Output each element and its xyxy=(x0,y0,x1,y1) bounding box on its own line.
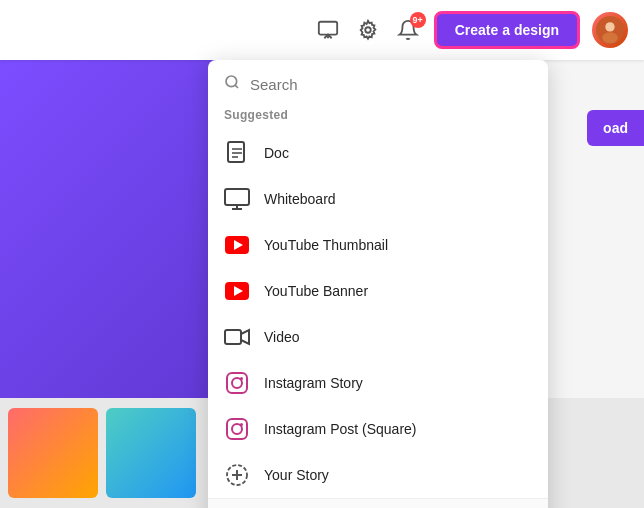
doc-label: Doc xyxy=(264,145,289,161)
avatar[interactable] xyxy=(592,12,628,48)
svg-rect-12 xyxy=(225,189,249,205)
load-button[interactable]: oad xyxy=(587,110,644,146)
menu-item-your-story[interactable]: Your Story xyxy=(208,452,548,498)
menu-item-instagram-story[interactable]: Instagram Story xyxy=(208,360,548,406)
youtube-banner-label: YouTube Banner xyxy=(264,283,368,299)
youtube-thumbnail-label: YouTube Thumbnail xyxy=(264,237,388,253)
header: 9+ Create a design xyxy=(0,0,644,60)
video-label: Video xyxy=(264,329,300,345)
thumbnail-2[interactable] xyxy=(106,408,196,498)
suggested-label: Suggested xyxy=(208,104,548,130)
search-icon xyxy=(224,74,240,94)
svg-line-7 xyxy=(235,85,238,88)
create-design-button[interactable]: Create a design xyxy=(434,11,580,49)
menu-item-youtube-banner[interactable]: YouTube Banner xyxy=(208,268,548,314)
dropdown-panel: Suggested Doc Whiteboard YouTube xyxy=(208,60,548,508)
svg-point-6 xyxy=(226,76,237,87)
menu-item-youtube-thumbnail[interactable]: YouTube Thumbnail xyxy=(208,222,548,268)
svg-rect-0 xyxy=(319,22,337,35)
youtube-banner-icon xyxy=(224,278,250,304)
menu-item-doc[interactable]: Doc xyxy=(208,130,548,176)
your-story-icon xyxy=(224,462,250,488)
notification-badge: 9+ xyxy=(410,12,426,28)
thumbnail-1[interactable] xyxy=(8,408,98,498)
whiteboard-label: Whiteboard xyxy=(264,191,336,207)
notification-icon[interactable]: 9+ xyxy=(394,16,422,44)
instagram-story-icon xyxy=(224,370,250,396)
instagram-post-label: Instagram Post (Square) xyxy=(264,421,417,437)
svg-point-5 xyxy=(602,32,618,43)
search-input[interactable] xyxy=(250,76,532,93)
menu-item-whiteboard[interactable]: Whiteboard xyxy=(208,176,548,222)
whiteboard-icon xyxy=(224,186,250,212)
svg-point-4 xyxy=(605,22,614,31)
youtube-thumbnail-icon xyxy=(224,232,250,258)
instagram-post-icon xyxy=(224,416,250,442)
search-area xyxy=(208,60,548,104)
monitor-icon[interactable] xyxy=(314,16,342,44)
svg-rect-15 xyxy=(225,330,241,344)
instagram-story-label: Instagram Story xyxy=(264,375,363,391)
settings-icon[interactable] xyxy=(354,16,382,44)
your-story-label: Your Story xyxy=(264,467,329,483)
svg-point-2 xyxy=(365,27,371,33)
video-icon xyxy=(224,324,250,350)
menu-item-instagram-post[interactable]: Instagram Post (Square) xyxy=(208,406,548,452)
svg-rect-8 xyxy=(228,142,244,162)
menu-item-video[interactable]: Video xyxy=(208,314,548,360)
start-creating-row[interactable]: Start creating from your media › xyxy=(208,498,548,508)
doc-icon xyxy=(224,140,250,166)
